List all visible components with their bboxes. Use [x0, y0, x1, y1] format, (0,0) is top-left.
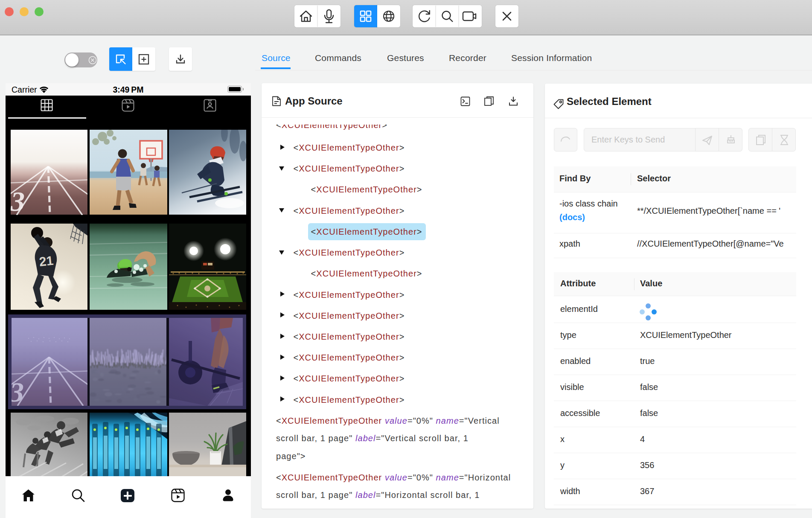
svg-text:21: 21 [38, 253, 54, 269]
svg-text:3: 3 [11, 186, 25, 215]
